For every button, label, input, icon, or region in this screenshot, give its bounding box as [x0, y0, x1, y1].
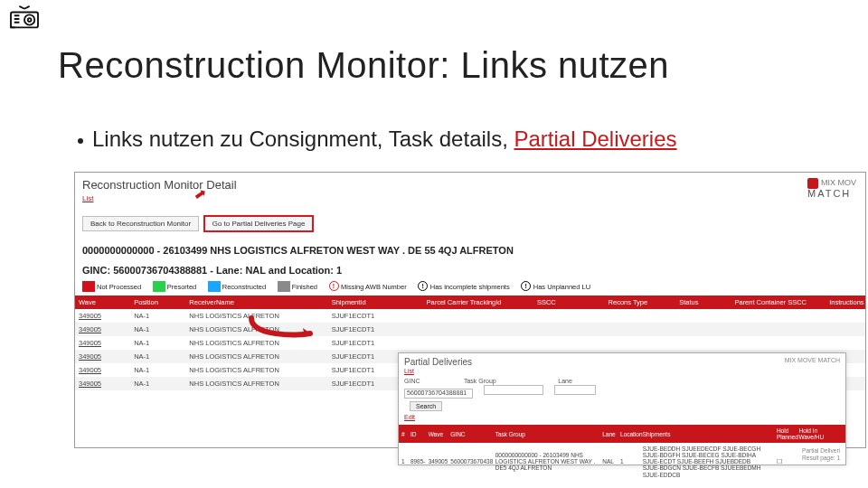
- annotation-curve-arrow-icon: [247, 314, 319, 341]
- pagination-footer: Partial DeliveriResult page: 1: [802, 447, 840, 462]
- ginc-input[interactable]: 56000736704388881: [404, 389, 473, 399]
- label-ginc: GINC: [404, 378, 420, 384]
- status-legend: Not Processed Presorted Reconstructed Fi…: [82, 281, 865, 292]
- screenshot-partial-deliveries: MIX MOVE MATCH Partial Deliveries List G…: [398, 352, 846, 465]
- label-task: Task Group: [464, 378, 496, 384]
- col-instructions[interactable]: Instructions: [826, 296, 865, 309]
- swatch-not-processed: [82, 281, 95, 292]
- col-position[interactable]: Position: [130, 296, 185, 309]
- partial-deliveries-table: # ID Wave GINC Task Group Lane Location …: [399, 425, 845, 481]
- filter-form: GINC Task Group Lane 56000736704388881 S…: [404, 377, 840, 411]
- warn-unplanned-icon: !: [521, 281, 531, 291]
- bullet-text: Links nutzen zu Consignment, Task detail…: [92, 127, 514, 151]
- panel-title-partial: Partial Deliveries: [399, 353, 845, 367]
- go-partial-deliveries-button[interactable]: Go to Partial Deliveries Page: [203, 215, 315, 232]
- ginc-lane-line: GINC: 56000736704388881 - Lane: NAL and …: [82, 265, 858, 276]
- task-input[interactable]: [484, 385, 543, 395]
- bullet-dot-icon: [78, 138, 83, 144]
- consignment-line: 0000000000000 - 26103499 NHS LOGISTICS A…: [82, 245, 858, 256]
- table-header-row-2: # ID Wave GINC Task Group Lane Location …: [399, 425, 845, 443]
- col-tracking[interactable]: Parcel Carrier TrackingId: [423, 296, 533, 309]
- col-sscc[interactable]: SSCC: [533, 296, 605, 309]
- link-list-2[interactable]: List: [404, 368, 414, 374]
- search-button[interactable]: Search: [410, 401, 442, 411]
- bullet-highlight: Partial Deliveries: [514, 127, 676, 151]
- svg-point-1: [24, 14, 34, 24]
- swatch-reconstructed: [208, 281, 221, 292]
- lane-input[interactable]: [554, 385, 596, 395]
- swatch-presorted: [153, 281, 165, 292]
- table-row[interactable]: 1 8985-2 349005 56000736704388881 000000…: [399, 443, 845, 481]
- slide-bullet: Links nutzen zu Consignment, Task detail…: [78, 127, 677, 152]
- link-list[interactable]: List: [82, 194, 93, 202]
- col-receiver[interactable]: ReceiverName: [185, 296, 327, 309]
- col-recons[interactable]: Recons Type: [605, 296, 676, 309]
- table-row[interactable]: 349005NA-1NHS LOGISTICS ALFRETONSJUF1ECD…: [75, 323, 865, 336]
- col-wave[interactable]: Wave: [75, 296, 130, 309]
- projector-icon: [7, 5, 42, 36]
- logo-mixmovematch: MIX MOVMATCH: [807, 178, 856, 199]
- col-status[interactable]: Status: [675, 296, 731, 309]
- swatch-finished: [278, 281, 290, 292]
- label-lane: Lane: [558, 378, 572, 384]
- warn-missing-awb-icon: !: [329, 281, 339, 291]
- link-edit[interactable]: Edit: [404, 414, 415, 420]
- table-header-row: Wave Position ReceiverName ShipmentId Pa…: [75, 296, 865, 309]
- table-row[interactable]: 349005NA-1NHS LOGISTICS ALFRETONSJUF1ECD…: [75, 309, 865, 323]
- logo-small: MIX MOVE MATCH: [785, 357, 840, 363]
- hold-planned-checkbox[interactable]: ☐: [774, 443, 797, 481]
- back-button[interactable]: Back to Reconstruction Monitor: [82, 216, 199, 231]
- col-shipment[interactable]: ShipmentId: [328, 296, 423, 309]
- svg-point-2: [28, 18, 32, 22]
- button-row: Back to Reconstruction Monitor Go to Par…: [82, 215, 865, 232]
- col-parent-sscc[interactable]: Parent Container SSCC: [731, 296, 826, 309]
- table-row[interactable]: 349005NA-1NHS LOGISTICS ALFRETONSJUF1ECD…: [75, 336, 865, 350]
- warn-incomplete-icon: !: [418, 281, 428, 291]
- slide-title: Reconstruction Monitor: Links nutzen: [58, 45, 669, 86]
